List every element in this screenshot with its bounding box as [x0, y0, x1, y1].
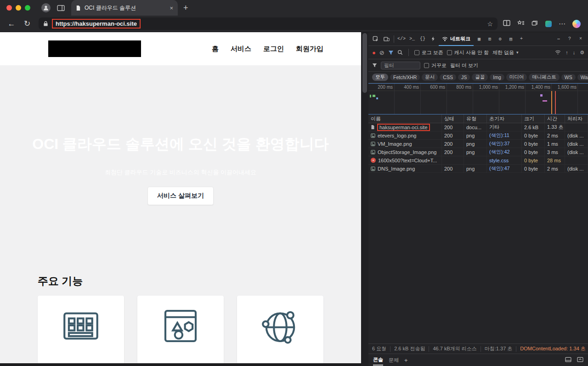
disable-cache-checkbox[interactable] — [447, 50, 452, 55]
request-name[interactable]: VM_Image.png — [378, 141, 412, 147]
initiator-link[interactable]: (색인):11 — [487, 132, 522, 139]
devtools-settings-icon[interactable]: ⚙ — [495, 33, 505, 45]
chip-ws[interactable]: WS — [561, 74, 576, 80]
col-initiator[interactable]: 초기자 — [487, 114, 522, 123]
drawer-tab-console[interactable]: 콘솔 — [373, 355, 383, 366]
clear-icon[interactable]: ⊘ — [379, 50, 384, 56]
document-icon — [371, 125, 375, 130]
device-emulation-icon[interactable] — [381, 33, 391, 45]
refresh-button[interactable]: ↻ — [20, 19, 34, 29]
request-name[interactable]: DNS_Image.png — [378, 166, 415, 172]
nav-services-link[interactable]: 서비스 — [231, 45, 251, 53]
close-window-button[interactable] — [6, 5, 12, 11]
col-status[interactable]: 상태 — [442, 114, 464, 123]
col-time[interactable]: 시간 — [545, 114, 565, 123]
table-row[interactable]: DNS_Image.png 200 png (색인):47 0 byte 2 m… — [368, 165, 588, 173]
explore-services-button[interactable]: 서비스 살펴보기 — [147, 187, 214, 205]
table-row[interactable]: × 1600x500?text=Cloud+T... style.css 0 b… — [368, 156, 588, 165]
hide-drawer-icon[interactable] — [577, 357, 583, 363]
split-screen-icon[interactable] — [503, 20, 510, 28]
search-icon[interactable] — [397, 50, 403, 55]
initiator-link[interactable]: (색인):42 — [487, 148, 522, 156]
window-content: 홈 서비스 로그인 회원가입 OCI 클라우드 솔루션에 오신 것을 환영합니다… — [0, 32, 588, 366]
collections-icon[interactable] — [531, 20, 538, 28]
dock-panel-icon[interactable] — [565, 357, 571, 363]
help-icon[interactable]: ? — [565, 33, 575, 45]
maximize-window-button[interactable] — [25, 5, 30, 11]
request-name-annotation[interactable]: haksuperman-oci.site — [377, 124, 430, 131]
table-row[interactable]: haksuperman-oci.site 200 docu... 기타 2.6 … — [368, 123, 588, 132]
memory-panel-icon[interactable]: ▦ — [474, 33, 484, 45]
throttling-dropdown[interactable]: 제한 없음 ▾ — [492, 49, 519, 56]
chip-font[interactable]: 글꼴 — [472, 74, 488, 81]
network-panel-tab[interactable]: 네트워크 — [439, 33, 474, 46]
inspect-icon[interactable] — [371, 33, 381, 45]
tab-close-icon[interactable]: × — [170, 5, 173, 11]
close-devtools-icon[interactable]: × — [576, 33, 586, 45]
nav-signup-link[interactable]: 회원가입 — [296, 45, 323, 53]
record-icon[interactable]: ● — [372, 50, 376, 56]
chip-all[interactable]: 모두 — [372, 74, 388, 81]
more-filters-button[interactable]: 필터 더 보기 — [450, 62, 478, 69]
more-tools-icon[interactable]: ⋯ — [554, 33, 564, 45]
filter-input[interactable] — [381, 62, 420, 69]
chip-img[interactable]: Img — [490, 74, 504, 80]
extension-icon[interactable] — [545, 21, 552, 27]
col-type[interactable]: 유형 — [464, 114, 487, 123]
table-row[interactable]: etevers_logo.png 200 png (색인):11 0 byte … — [368, 132, 588, 140]
browser-tab[interactable]: OCI 클라우드 솔루션 × — [71, 0, 178, 16]
export-har-icon[interactable]: ↓ — [573, 50, 576, 55]
copilot-icon[interactable] — [572, 20, 581, 28]
request-name[interactable]: etevers_logo.png — [378, 133, 416, 138]
bookmark-star-icon[interactable]: ☆ — [487, 20, 493, 28]
chip-media[interactable]: 미디어 — [506, 74, 527, 81]
filter-funnel-icon[interactable] — [388, 50, 394, 55]
nav-login-link[interactable]: 로그인 — [263, 45, 284, 53]
import-har-icon[interactable]: ↑ — [565, 50, 568, 55]
chip-manifest[interactable]: 매니페스트 — [529, 74, 560, 81]
col-size[interactable]: 크기 — [522, 114, 545, 123]
request-name[interactable]: ObjectStorage_Image.png — [378, 149, 436, 155]
chip-css[interactable]: CSS — [440, 74, 456, 80]
disable-cache-toggle[interactable]: 캐시 사용 안 함 — [447, 49, 489, 56]
performance-panel-icon[interactable] — [428, 33, 438, 45]
chip-fetch-xhr[interactable]: Fetch/XHR — [390, 74, 420, 80]
preserve-log-checkbox[interactable] — [414, 50, 419, 55]
chip-js[interactable]: JS — [458, 74, 470, 80]
network-overview[interactable]: 200 ms 400 ms 600 ms 800 ms 1,000 ms 1,2… — [368, 83, 588, 114]
sidebar-toggle-icon[interactable] — [57, 5, 65, 11]
console-panel-icon[interactable]: >_ — [407, 33, 417, 45]
application-panel-icon[interactable]: ⊞ — [485, 33, 495, 45]
nav-home-link[interactable]: 홈 — [212, 45, 219, 53]
sources-panel-icon[interactable]: {} — [418, 33, 428, 45]
chip-wasm[interactable]: Wasm — [577, 74, 588, 80]
profile-avatar[interactable] — [41, 3, 51, 12]
add-panel-icon[interactable]: + — [516, 33, 526, 45]
back-button[interactable]: ← — [5, 19, 18, 29]
invert-checkbox[interactable] — [424, 63, 429, 68]
chip-doc[interactable]: 문서 — [422, 74, 438, 81]
url-text[interactable]: https://haksuperman-oci.site — [56, 20, 137, 27]
preserve-log-toggle[interactable]: 로그 보존 — [414, 49, 443, 56]
initiator-link[interactable]: (색인):37 — [487, 140, 522, 148]
address-bar[interactable]: https://haksuperman-oci.site ☆ — [39, 17, 498, 30]
minimize-window-button[interactable] — [16, 5, 21, 11]
network-settings-icon[interactable]: ⚙ — [580, 50, 584, 56]
request-name[interactable]: 1600x500?text=Cloud+T... — [378, 158, 437, 163]
drawer-add-icon[interactable]: + — [404, 357, 408, 364]
invert-filter-toggle[interactable]: 거꾸로 — [424, 62, 447, 69]
col-fulfilled[interactable]: 처리자 — [565, 114, 588, 123]
new-tab-button[interactable]: + — [183, 3, 188, 13]
col-name[interactable]: 이름 — [368, 114, 442, 123]
drawer-tab-issues[interactable]: 문제 — [389, 357, 399, 364]
elements-panel-icon[interactable]: </> — [396, 33, 407, 45]
initiator-link[interactable]: style.css — [487, 156, 522, 164]
more-menu-icon[interactable]: ⋯ — [559, 20, 565, 28]
layers-panel-icon[interactable]: ▤ — [506, 33, 516, 45]
favorites-icon[interactable] — [517, 20, 525, 28]
initiator-link[interactable]: (색인):47 — [487, 165, 522, 172]
table-row[interactable]: VM_Image.png 200 png (색인):37 0 byte 1 ms… — [368, 140, 588, 148]
network-conditions-icon[interactable] — [555, 49, 561, 56]
scrollbar-thumb[interactable] — [362, 33, 367, 93]
table-row[interactable]: ObjectStorage_Image.png 200 png (색인):42 … — [368, 148, 588, 156]
